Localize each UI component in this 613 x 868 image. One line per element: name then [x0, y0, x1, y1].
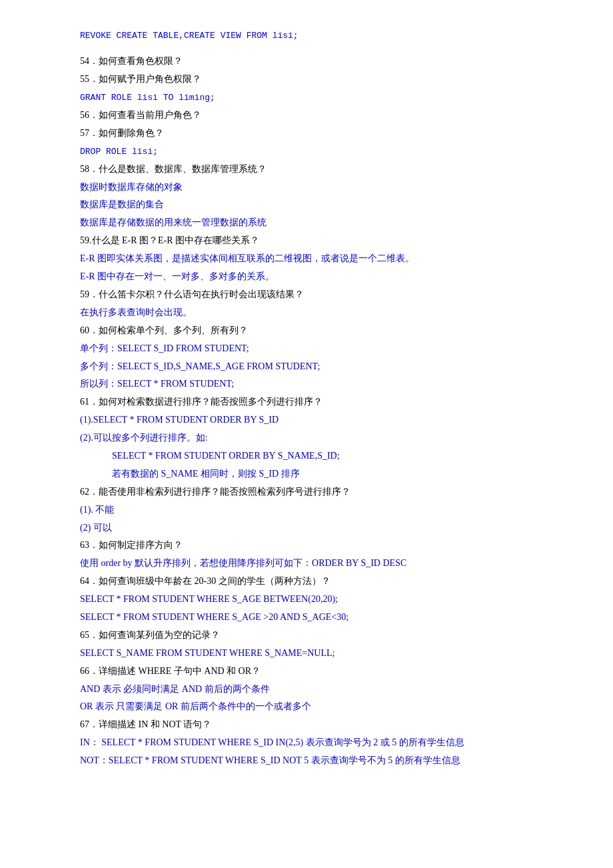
- line-text: 67．详细描述 IN 和 NOT 语句？: [80, 719, 211, 729]
- content-line: IN： SELECT * FROM STUDENT WHERE S_ID IN(…: [80, 734, 546, 751]
- line-text: 62．能否使用非检索列进行排序？能否按照检索列序号进行排序？: [80, 487, 350, 497]
- content-line: 单个列：SELECT S_ID FROM STUDENT;: [80, 340, 546, 357]
- content-line: 60．如何检索单个列、多个列、所有列？: [80, 322, 546, 339]
- content-line: OR 表示 只需要满足 OR 前后两个条件中的一个或者多个: [80, 698, 546, 715]
- content-line: REVOKE CREATE TABLE,CREATE VIEW FROM lis…: [80, 27, 546, 44]
- content-line: SELECT * FROM STUDENT WHERE S_AGE BETWEE…: [80, 591, 546, 608]
- line-text: 数据库是存储数据的用来统一管理数据的系统: [80, 217, 267, 227]
- content-line: 数据库是数据的集合: [80, 196, 546, 213]
- line-text: E-R 图即实体关系图，是描述实体间相互联系的二维视图，或者说是一个二维表。: [80, 253, 414, 263]
- blank-line: [80, 45, 546, 53]
- content-line: SELECT * FROM STUDENT WHERE S_AGE >20 AN…: [80, 609, 546, 626]
- content-line: 67．详细描述 IN 和 NOT 语句？: [80, 716, 546, 733]
- main-content: REVOKE CREATE TABLE,CREATE VIEW FROM lis…: [80, 27, 546, 769]
- content-line: 61．如何对检索数据进行排序？能否按照多个列进行排序？: [80, 393, 546, 411]
- content-line: 62．能否使用非检索列进行排序？能否按照检索列序号进行排序？: [80, 483, 546, 501]
- line-text: 58．什么是数据、数据库、数据库管理系统？: [80, 164, 267, 174]
- line-text: SELECT * FROM STUDENT WHERE S_AGE BETWEE…: [80, 594, 338, 604]
- line-text: SELECT * FROM STUDENT ORDER BY S_NAME,S_…: [112, 451, 340, 461]
- content-line: (2) 可以: [80, 519, 546, 537]
- content-line: 数据库是存储数据的用来统一管理数据的系统: [80, 214, 546, 231]
- content-line: E-R 图即实体关系图，是描述实体间相互联系的二维视图，或者说是一个二维表。: [80, 250, 546, 267]
- line-text: REVOKE CREATE TABLE,CREATE VIEW FROM lis…: [80, 31, 299, 41]
- content-line: SELECT S_NAME FROM STUDENT WHERE S_NAME=…: [80, 645, 546, 662]
- line-text: GRANT ROLE lisi TO liming;: [80, 93, 215, 103]
- content-line: 57．如何删除角色？: [80, 125, 546, 142]
- line-text: NOT：SELECT * FROM STUDENT WHERE S_ID NOT…: [80, 755, 460, 765]
- line-text: 多个列：SELECT S_ID,S_NAME,S_AGE FROM STUDEN…: [80, 361, 320, 371]
- content-line: SELECT * FROM STUDENT ORDER BY S_NAME,S_…: [80, 447, 546, 465]
- line-text: SELECT S_NAME FROM STUDENT WHERE S_NAME=…: [80, 648, 334, 658]
- content-line: AND 表示 必须同时满足 AND 前后的两个条件: [80, 681, 546, 698]
- content-line: DROP ROLE lisi;: [80, 143, 546, 160]
- line-text: 数据时数据库存储的对象: [80, 182, 183, 192]
- content-line: E-R 图中存在一对一、一对多、多对多的关系。: [80, 268, 546, 285]
- content-line: 63．如何制定排序方向？: [80, 537, 546, 554]
- line-text: 66．详细描述 WHERE 子句中 AND 和 OR？: [80, 666, 261, 676]
- line-text: IN： SELECT * FROM STUDENT WHERE S_ID IN(…: [80, 737, 464, 747]
- content-line: (2).可以按多个列进行排序。如:: [80, 429, 546, 447]
- line-text: OR 表示 只需要满足 OR 前后两个条件中的一个或者多个: [80, 701, 311, 711]
- line-text: AND 表示 必须同时满足 AND 前后的两个条件: [80, 684, 270, 694]
- content-line: 59．什么笛卡尔积？什么语句在执行时会出现该结果？: [80, 286, 546, 303]
- line-text: 64．如何查询班级中年龄在 20-30 之间的学生（两种方法）？: [80, 576, 330, 586]
- line-text: 56．如何查看当前用户角色？: [80, 110, 201, 120]
- line-text: E-R 图中存在一对一、一对多、多对多的关系。: [80, 271, 275, 281]
- content-line: (1). 不能: [80, 501, 546, 519]
- line-text: 在执行多表查询时会出现。: [80, 307, 192, 317]
- line-text: (1). 不能: [80, 505, 114, 515]
- content-line: 65．如何查询某列值为空的记录？: [80, 627, 546, 644]
- line-text: DROP ROLE lisi;: [80, 147, 158, 157]
- line-text: 若有数据的 S_NAME 相同时，则按 S_ID 排序: [112, 469, 300, 479]
- line-text: 54．如何查看角色权限？: [80, 56, 183, 66]
- content-line: 54．如何查看角色权限？: [80, 53, 546, 70]
- line-text: (2).可以按多个列进行排序。如:: [80, 433, 208, 443]
- content-line: 若有数据的 S_NAME 相同时，则按 S_ID 排序: [80, 465, 546, 483]
- line-text: 59.什么是 E-R 图？E-R 图中存在哪些关系？: [80, 235, 259, 245]
- content-line: NOT：SELECT * FROM STUDENT WHERE S_ID NOT…: [80, 752, 546, 769]
- line-text: (2) 可以: [80, 523, 112, 533]
- content-line: (1).SELECT * FROM STUDENT ORDER BY S_ID: [80, 411, 546, 429]
- line-text: 55．如何赋予用户角色权限？: [80, 74, 201, 84]
- content-line: 55．如何赋予用户角色权限？: [80, 71, 546, 88]
- content-line: 所以列：SELECT * FROM STUDENT;: [80, 375, 546, 393]
- line-text: 61．如何对检索数据进行排序？能否按照多个列进行排序？: [80, 397, 322, 407]
- content-line: 多个列：SELECT S_ID,S_NAME,S_AGE FROM STUDEN…: [80, 358, 546, 375]
- line-text: 数据库是数据的集合: [80, 199, 164, 209]
- line-text: (1).SELECT * FROM STUDENT ORDER BY S_ID: [80, 415, 279, 425]
- content-line: 66．详细描述 WHERE 子句中 AND 和 OR？: [80, 663, 546, 680]
- line-text: 60．如何检索单个列、多个列、所有列？: [80, 325, 248, 335]
- content-line: 58．什么是数据、数据库、数据库管理系统？: [80, 161, 546, 178]
- content-line: 数据时数据库存储的对象: [80, 179, 546, 196]
- line-text: 使用 order by 默认升序排列，若想使用降序排列可如下：ORDER BY …: [80, 558, 406, 568]
- content-line: 56．如何查看当前用户角色？: [80, 107, 546, 124]
- content-line: 在执行多表查询时会出现。: [80, 304, 546, 321]
- content-line: GRANT ROLE lisi TO liming;: [80, 89, 546, 106]
- content-line: 使用 order by 默认升序排列，若想使用降序排列可如下：ORDER BY …: [80, 555, 546, 572]
- line-text: 59．什么笛卡尔积？什么语句在执行时会出现该结果？: [80, 289, 304, 299]
- line-text: SELECT * FROM STUDENT WHERE S_AGE >20 AN…: [80, 612, 348, 622]
- line-text: 57．如何删除角色？: [80, 128, 164, 138]
- content-line: 59.什么是 E-R 图？E-R 图中存在哪些关系？: [80, 232, 546, 249]
- line-text: 65．如何查询某列值为空的记录？: [80, 630, 220, 640]
- line-text: 单个列：SELECT S_ID FROM STUDENT;: [80, 343, 249, 353]
- content-line: 64．如何查询班级中年龄在 20-30 之间的学生（两种方法）？: [80, 573, 546, 590]
- line-text: 63．如何制定排序方向？: [80, 540, 183, 550]
- line-text: 所以列：SELECT * FROM STUDENT;: [80, 379, 234, 389]
